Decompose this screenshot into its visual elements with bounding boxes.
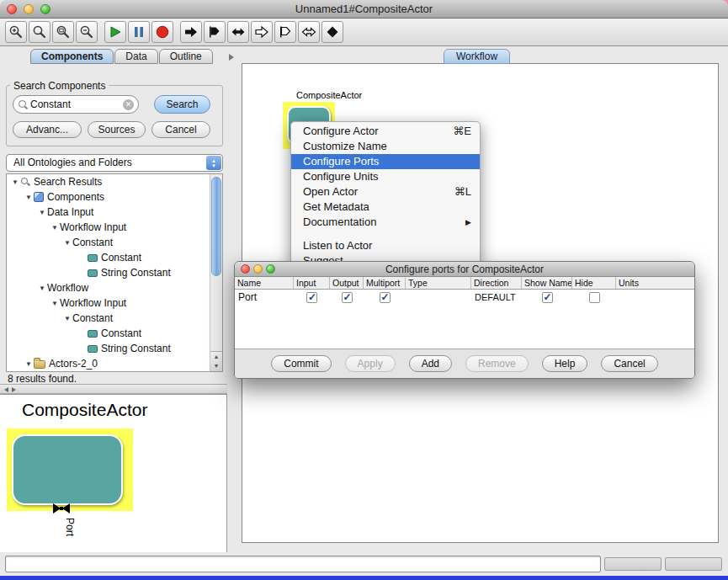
hide-checkbox[interactable] <box>589 292 600 303</box>
tab-outline[interactable]: Outline <box>159 49 213 64</box>
sources-button[interactable]: Sources <box>88 121 146 138</box>
new-output-multiport-button[interactable] <box>274 21 296 43</box>
input-checkbox[interactable] <box>306 292 317 303</box>
zoom-reset-button[interactable] <box>29 21 50 43</box>
clear-search-icon[interactable]: ✕ <box>123 99 134 110</box>
zoom-fit-icon <box>56 24 71 40</box>
new-input-port-button[interactable] <box>180 21 202 43</box>
zoom-in-button[interactable] <box>5 21 27 43</box>
disclosure-triangle[interactable]: ▼ <box>62 239 72 247</box>
disclosure-triangle[interactable]: ▼ <box>37 285 47 292</box>
window-titlebar[interactable]: Unnamed1#CompositeActor <box>0 0 728 19</box>
menu-item-configure-ports[interactable]: Configure Ports <box>291 154 480 169</box>
panel-splitter[interactable] <box>0 384 227 394</box>
port-name-cell[interactable]: Port <box>235 291 294 303</box>
dialog-button-bar: Commit Apply Add Remove Help Cancel <box>235 349 694 378</box>
advanced-button[interactable]: Advanc... <box>13 121 82 138</box>
tree-item-search-results[interactable]: ▼Search Results <box>7 174 222 189</box>
collapse-panel-icon[interactable] <box>229 54 234 61</box>
tab-components[interactable]: Components <box>30 49 114 64</box>
search-field[interactable]: ✕ <box>13 95 139 114</box>
remove-button[interactable]: Remove <box>465 355 529 372</box>
commit-button[interactable]: Commit <box>271 355 331 372</box>
new-io-multiport-button[interactable] <box>298 21 320 43</box>
cancel-search-button[interactable]: Cancel <box>151 121 210 138</box>
scrollbar-thumb[interactable] <box>211 177 221 276</box>
status-groove-left <box>604 557 662 571</box>
tree-item-constant[interactable]: Constant <box>7 326 222 341</box>
tree-item-workflow-input[interactable]: ▼Workflow Input <box>7 220 222 235</box>
search-input[interactable] <box>30 97 121 112</box>
menu-item-documentation[interactable]: Documentation▶ <box>291 215 480 230</box>
disclosure-triangle[interactable]: ▼ <box>50 224 60 231</box>
stop-button[interactable] <box>151 21 173 43</box>
search-button[interactable]: Search <box>154 95 210 114</box>
port-hide-cell[interactable] <box>572 292 616 303</box>
multiport-checkbox[interactable] <box>380 292 391 303</box>
dialog-minimize-button[interactable] <box>253 264 263 274</box>
zoom-window-button[interactable] <box>40 4 50 14</box>
tree-item-workflow[interactable]: ▼Workflow <box>7 280 222 295</box>
zoom-out-button[interactable] <box>76 21 98 43</box>
output-checkbox[interactable] <box>342 292 353 303</box>
dialog-close-button[interactable] <box>241 264 250 274</box>
new-io-port-button[interactable] <box>227 21 249 43</box>
disclosure-triangle[interactable]: ▼ <box>24 194 34 201</box>
tree-item-constant-group[interactable]: ▼Constant <box>7 311 222 326</box>
preview-port-label: Port <box>64 518 76 536</box>
show-name-checkbox[interactable] <box>542 292 553 303</box>
menu-item-configure-units[interactable]: Configure Units <box>291 169 480 184</box>
tree-item-data-input[interactable]: ▼Data Input <box>7 205 222 220</box>
disclosure-triangle[interactable]: ▼ <box>37 209 47 216</box>
tree-item-actors-folder[interactable]: ▼Actors-2_0 <box>7 356 222 371</box>
tab-workflow[interactable]: Workflow <box>444 49 510 64</box>
tree-item-constant-group[interactable]: ▼Constant <box>7 235 222 250</box>
port-input-cell[interactable] <box>294 292 330 303</box>
port-show-name-cell[interactable] <box>522 292 572 303</box>
tree-item-string-constant[interactable]: String Constant <box>7 341 222 356</box>
new-output-port-button[interactable] <box>204 21 226 43</box>
port-multiport-cell[interactable] <box>364 292 406 303</box>
preview-highlight <box>7 428 133 511</box>
dialog-titlebar[interactable]: Configure ports for CompositeActor <box>235 262 694 277</box>
menu-item-configure-actor[interactable]: Configure Actor⌘E <box>291 124 480 139</box>
tree-item-string-constant[interactable]: String Constant <box>7 265 222 280</box>
close-button[interactable] <box>7 4 17 14</box>
menu-item-listen-to-actor[interactable]: Listen to Actor <box>291 238 480 253</box>
collapse-right-icon[interactable] <box>12 387 16 392</box>
column-header-hide: Hide <box>572 277 616 289</box>
scroll-down-icon[interactable]: ▼ <box>210 361 222 370</box>
zoom-fit-button[interactable] <box>52 21 74 43</box>
apply-button[interactable]: Apply <box>345 355 396 372</box>
zoom-out-icon <box>79 24 94 40</box>
menu-item-customize-name[interactable]: Customize Name <box>291 139 480 154</box>
port-direction-cell[interactable]: DEFAULT <box>471 292 522 302</box>
cancel-button[interactable]: Cancel <box>601 355 657 372</box>
run-button[interactable] <box>104 21 126 43</box>
add-button[interactable]: Add <box>409 355 452 372</box>
tab-data[interactable]: Data <box>114 49 157 64</box>
tree-item-components[interactable]: ▼Components <box>7 189 222 205</box>
scrollbar-arrows[interactable]: ▲▼ <box>210 351 222 371</box>
ports-table: Name Input Output Multiport Type Directi… <box>235 277 694 350</box>
disclosure-triangle[interactable]: ▼ <box>50 300 60 307</box>
menu-item-open-actor[interactable]: Open Actor⌘L <box>291 184 480 200</box>
collapse-left-icon[interactable] <box>4 387 8 392</box>
scroll-up-icon[interactable]: ▲ <box>210 352 222 361</box>
pause-button[interactable] <box>128 21 150 43</box>
tree-scrollbar[interactable]: ▲▼ <box>210 174 222 371</box>
tree-item-constant[interactable]: Constant <box>7 250 222 265</box>
dialog-zoom-button[interactable] <box>266 264 275 274</box>
help-button[interactable]: Help <box>542 355 588 372</box>
minimize-button[interactable] <box>24 4 34 14</box>
disclosure-triangle[interactable]: ▼ <box>10 178 20 186</box>
new-relation-button[interactable] <box>321 21 343 43</box>
disclosure-triangle[interactable]: ▼ <box>24 360 34 368</box>
new-input-multiport-button[interactable] <box>251 21 273 43</box>
ontology-select[interactable]: All Ontologies and Folders ▲▼ <box>6 154 223 172</box>
tree-item-workflow-input[interactable]: ▼Workflow Input <box>7 295 222 311</box>
menu-item-get-metadata[interactable]: Get Metadata <box>291 200 480 215</box>
port-output-cell[interactable] <box>330 292 364 303</box>
disclosure-triangle[interactable]: ▼ <box>62 315 72 322</box>
status-bar-field[interactable] <box>5 556 601 572</box>
